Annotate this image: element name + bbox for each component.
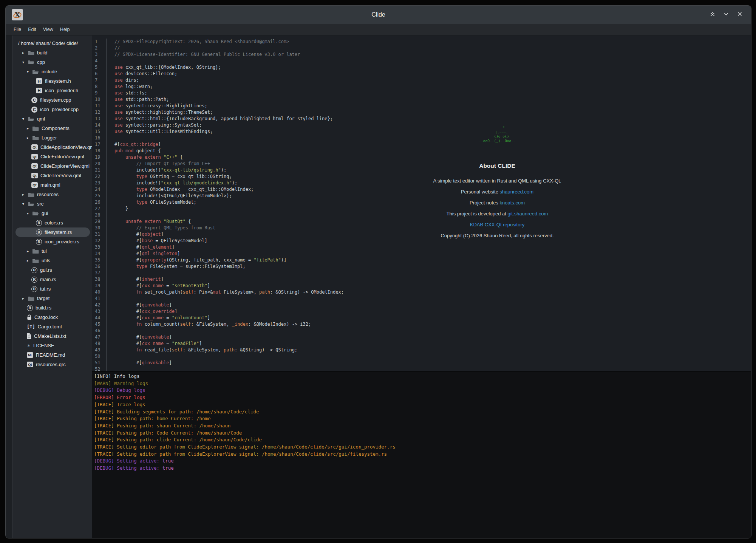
tree-item-label: README.md bbox=[36, 352, 65, 358]
code-line: 52 bbox=[92, 366, 751, 371]
chevron-expanded-icon[interactable]: ▾ bbox=[22, 60, 28, 64]
qt-file-icon: Qt bbox=[31, 144, 38, 150]
tree-folder-build[interactable]: ▸build bbox=[15, 48, 90, 57]
code-line: 39 #[cxx_name = "setRootPath"] bbox=[92, 283, 751, 289]
qt-file-icon: Qt bbox=[27, 362, 33, 367]
chevron-collapsed-icon[interactable]: ▸ bbox=[22, 51, 28, 55]
chevron-collapsed-icon[interactable]: ▸ bbox=[27, 126, 32, 130]
file-icon: R bbox=[27, 305, 33, 311]
tree-file-filesystem-rs[interactable]: Rfilesystem.rs bbox=[15, 227, 90, 237]
close-button[interactable] bbox=[736, 11, 744, 19]
tree-file-gui-rs[interactable]: Rgui.rs bbox=[15, 265, 90, 275]
menu-view[interactable]: View bbox=[40, 24, 57, 35]
minimize-button[interactable] bbox=[722, 11, 730, 19]
tree-file-icon-provider-cpp[interactable]: Cicon_provider.cpp bbox=[15, 105, 90, 114]
tree-file-filesystem-h[interactable]: Hfilesystem.h bbox=[15, 76, 90, 86]
about-copyright: Copyright (C) 2026 Shaun Reed, all right… bbox=[391, 233, 603, 238]
tree-file-cmakelists-txt[interactable]: CMakeLists.txt bbox=[15, 331, 90, 341]
tree-file-readme-md[interactable]: M↓README.md bbox=[15, 350, 90, 360]
log-line: [ERROR] Error logs bbox=[94, 394, 751, 401]
tree-folder-gui[interactable]: ▾gui bbox=[15, 209, 90, 218]
code-text bbox=[106, 58, 751, 64]
line-number: 24 bbox=[92, 186, 106, 193]
line-number: 38 bbox=[92, 276, 106, 283]
chevron-collapsed-icon[interactable]: ▸ bbox=[22, 192, 28, 196]
tree-folder-resources[interactable]: ▸resources bbox=[15, 190, 90, 199]
tree-file-clideapplicationview-qml[interactable]: QtClideApplicationView.qml bbox=[15, 142, 90, 152]
tree-folder-src[interactable]: ▾src bbox=[15, 199, 90, 209]
shade-button[interactable] bbox=[709, 11, 716, 19]
tree-folder-utils[interactable]: ▸utils bbox=[15, 256, 90, 265]
personal-website-link[interactable]: shaunreed.com bbox=[500, 189, 534, 195]
line-number: 28 bbox=[92, 212, 106, 218]
about-panel: * |.===. {}o o{} --ooO--(_)--Ooo-- About… bbox=[391, 125, 603, 244]
tree-item-label: filesystem.cpp bbox=[40, 97, 71, 103]
code-editor[interactable]: 1// SPDX-FileCopyrightText: 2026, Shaun … bbox=[92, 36, 751, 371]
tree-file-tui-rs[interactable]: Rtui.rs bbox=[15, 284, 90, 294]
tree-file-main-rs[interactable]: Rmain.rs bbox=[15, 275, 90, 284]
tree-item-label: tui.rs bbox=[40, 286, 51, 292]
ascii-art-logo: * |.===. {}o o{} --ooO--(_)--Ooo-- bbox=[391, 125, 603, 143]
folder-icon bbox=[28, 50, 34, 56]
line-number: 1 bbox=[92, 39, 106, 45]
chevron-expanded-icon[interactable]: ▾ bbox=[22, 117, 28, 121]
tree-folder-components[interactable]: ▸Components bbox=[15, 124, 90, 133]
log-line: [INFO] Info logs bbox=[94, 373, 751, 380]
code-text: fn set_root_path(self: Pin<&mut FileSyst… bbox=[106, 289, 751, 295]
line-number: 31 bbox=[92, 231, 106, 238]
menu-file[interactable]: File bbox=[10, 24, 25, 35]
tree-file-license[interactable]: ✶LICENSE bbox=[15, 341, 90, 350]
chevron-collapsed-icon[interactable]: ▸ bbox=[22, 296, 28, 300]
tree-file-cargo-lock[interactable]: Cargo.lock bbox=[15, 312, 90, 322]
chevron-expanded-icon[interactable]: ▾ bbox=[27, 70, 32, 74]
menu-help[interactable]: Help bbox=[57, 24, 73, 35]
tree-folder-tui[interactable]: ▸tui bbox=[15, 246, 90, 256]
tree-file-resources-qrc[interactable]: Qtresources.qrc bbox=[15, 360, 90, 369]
tree-file-icon-provider-h[interactable]: Hicon_provider.h bbox=[15, 86, 90, 95]
file-icon bbox=[27, 333, 31, 339]
tree-file-cargo-toml[interactable]: [T]Cargo.toml bbox=[15, 322, 90, 331]
about-heading: About CLIDE bbox=[391, 162, 603, 169]
chevron-collapsed-icon[interactable]: ▸ bbox=[27, 258, 32, 263]
line-number: 17 bbox=[92, 141, 106, 148]
code-line: 37 bbox=[92, 270, 751, 276]
line-number: 3 bbox=[92, 51, 106, 58]
file-icon: H bbox=[36, 78, 42, 84]
close-x-icon bbox=[736, 11, 743, 19]
kdab-repo-link[interactable]: KDAB CXX-Qt repository bbox=[470, 222, 525, 227]
chevron-collapsed-icon[interactable]: ▸ bbox=[27, 249, 32, 253]
sidebar-scrollbar[interactable] bbox=[6, 36, 12, 538]
tree-folder-target[interactable]: ▸target bbox=[15, 294, 90, 303]
chevron-collapsed-icon[interactable]: ▸ bbox=[27, 136, 32, 140]
about-repo-line: This project is developed at git.shaunre… bbox=[391, 211, 603, 216]
tree-file-main-qml[interactable]: Qtmain.qml bbox=[15, 180, 90, 190]
file-icon: H bbox=[36, 88, 42, 93]
tree-folder-qml[interactable]: ▾qml bbox=[15, 114, 90, 124]
git-repo-link[interactable]: git.shaunreed.com bbox=[507, 211, 548, 217]
tree-file-icon-provider-rs[interactable]: Ricon_provider.rs bbox=[15, 237, 90, 246]
tree-folder-include[interactable]: ▾include bbox=[15, 67, 90, 76]
tree-file-clidetreeview-qml[interactable]: QtClideTreeView.qml bbox=[15, 171, 90, 180]
tree-file-clideexplorerview-qml[interactable]: QtClideExplorerView.qml bbox=[15, 161, 90, 171]
tree-file-filesystem-cpp[interactable]: Cfilesystem.cpp bbox=[15, 95, 90, 105]
tree-file-build-rs[interactable]: Rbuild.rs bbox=[15, 303, 90, 312]
folder-icon bbox=[28, 296, 34, 301]
tree-file-colors-rs[interactable]: Rcolors.rs bbox=[15, 218, 90, 227]
code-text: #[cxx_override] bbox=[106, 308, 751, 315]
line-number: 5 bbox=[92, 64, 106, 71]
chevron-expanded-icon[interactable]: ▾ bbox=[27, 211, 32, 215]
chevron-expanded-icon[interactable]: ▾ bbox=[22, 202, 28, 206]
code-text: #[qproperty(QString, file_path, cxx_name… bbox=[106, 257, 751, 263]
code-line: 4 bbox=[92, 58, 751, 64]
tree-folder-cpp[interactable]: ▾cpp bbox=[15, 57, 90, 67]
menu-edit[interactable]: Edit bbox=[25, 24, 40, 35]
line-number: 19 bbox=[92, 154, 106, 161]
tree-folder-logger[interactable]: ▸Logger bbox=[15, 133, 90, 142]
code-text: #[cxx_name = "columnCount"] bbox=[106, 315, 751, 321]
line-number: 11 bbox=[92, 103, 106, 109]
tree-item-label: colors.rs bbox=[45, 220, 63, 226]
project-notes-link[interactable]: knoats.com bbox=[500, 200, 525, 206]
line-number: 13 bbox=[92, 116, 106, 122]
line-number: 12 bbox=[92, 109, 106, 116]
tree-file-clideeditorview-qml[interactable]: QtClideEditorView.qml bbox=[15, 152, 90, 161]
